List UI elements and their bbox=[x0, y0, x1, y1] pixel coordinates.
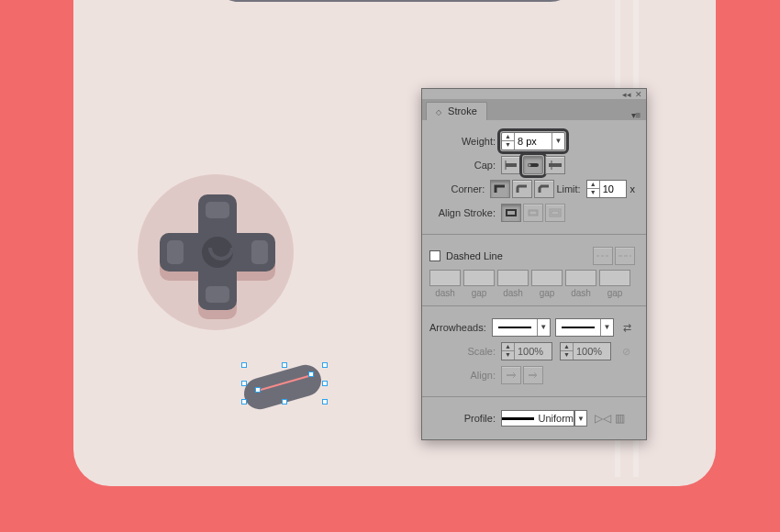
dashed-line-label: Dashed Line bbox=[446, 250, 503, 261]
screen-frame bbox=[211, 0, 578, 2]
limit-suffix: x bbox=[630, 183, 636, 194]
scale-label: Scale: bbox=[429, 346, 501, 357]
section-profile: Profile: Uniform ▼ ▷◁ ▥ bbox=[422, 397, 646, 439]
panel-tabbar: ◇ Stroke ▾≡ bbox=[422, 100, 646, 120]
tab-stroke[interactable]: ◇ Stroke bbox=[426, 102, 487, 120]
corner-button-group bbox=[490, 180, 554, 198]
dpad-notch bbox=[206, 286, 229, 303]
dash-align-corners-button[interactable] bbox=[615, 247, 635, 265]
arrow-align-extend-button[interactable] bbox=[501, 366, 521, 384]
corner-round-button[interactable] bbox=[512, 180, 532, 198]
dash-preserve-button[interactable] bbox=[593, 247, 613, 265]
dpad-notch bbox=[206, 202, 229, 218]
bbox-handle[interactable] bbox=[282, 399, 287, 405]
cap-round-button[interactable] bbox=[523, 156, 543, 174]
bbox-handle[interactable] bbox=[322, 362, 328, 368]
close-icon[interactable]: ✕ bbox=[635, 90, 642, 99]
svg-point-3 bbox=[529, 164, 531, 167]
chevron-down-icon: ▼ bbox=[600, 319, 613, 336]
section-dashed: Dashed Line dash gap dash gap dash gap bbox=[422, 235, 646, 306]
selection-bounding-box bbox=[244, 365, 325, 402]
tab-label: Stroke bbox=[448, 105, 477, 116]
bbox-handle[interactable] bbox=[241, 362, 247, 368]
dash-input[interactable] bbox=[565, 270, 596, 286]
limit-label: Limit: bbox=[554, 183, 585, 194]
dpad bbox=[160, 194, 275, 310]
bbox-handle[interactable] bbox=[322, 399, 328, 405]
profile-label: Profile: bbox=[429, 413, 501, 424]
scale-end-field[interactable] bbox=[574, 343, 610, 360]
collapse-icon[interactable]: ◂◂ bbox=[622, 90, 631, 99]
flip-along-icon[interactable]: ▷◁ bbox=[595, 412, 611, 425]
profile-value: Uniform bbox=[538, 413, 574, 424]
corner-miter-button[interactable] bbox=[490, 180, 510, 198]
gap-input[interactable] bbox=[463, 270, 495, 286]
svg-rect-0 bbox=[506, 163, 517, 167]
weight-field[interactable] bbox=[515, 133, 552, 150]
flip-across-icon[interactable]: ▥ bbox=[615, 412, 625, 425]
dash-align-group bbox=[593, 247, 635, 265]
dash-input[interactable] bbox=[429, 270, 461, 286]
weight-input[interactable]: ▲▼ ▼ bbox=[501, 132, 565, 150]
cap-projecting-button[interactable] bbox=[545, 156, 565, 174]
arrow-align-tip-button[interactable] bbox=[523, 366, 543, 384]
svg-rect-4 bbox=[549, 163, 562, 167]
bbox-handle[interactable] bbox=[241, 399, 247, 405]
gap-input[interactable] bbox=[531, 270, 563, 286]
corner-label: Corner: bbox=[429, 183, 490, 194]
panel-flyout-menu-icon[interactable]: ▾≡ bbox=[626, 110, 646, 120]
section-arrowheads: Arrowheads: ▼ ▼ ⇄ Scale: ▲▼ ▲▼ ⊘ bbox=[422, 306, 646, 397]
chevron-down-icon: ▼ bbox=[537, 319, 550, 336]
dpad-notch bbox=[167, 240, 184, 264]
corner-bevel-button[interactable] bbox=[534, 180, 554, 198]
arrow-scale-end[interactable]: ▲▼ bbox=[560, 342, 611, 360]
align-center-button[interactable] bbox=[501, 204, 521, 222]
limit-field[interactable] bbox=[600, 181, 624, 197]
stroke-panel: ◂◂ ✕ ◇ Stroke ▾≡ Weight: ▲▼ ▼ Cap: bbox=[421, 88, 647, 440]
weight-label: Weight: bbox=[429, 136, 501, 147]
dpad-center bbox=[202, 237, 233, 268]
scale-start-field[interactable] bbox=[515, 343, 552, 360]
arrowhead-start-dropdown[interactable]: ▼ bbox=[492, 318, 551, 337]
svg-rect-6 bbox=[507, 210, 516, 216]
align-stroke-label: Align Stroke: bbox=[429, 207, 501, 218]
svg-rect-10 bbox=[552, 211, 559, 215]
panel-header-bar[interactable]: ◂◂ ✕ bbox=[422, 89, 646, 100]
cycle-icon: ◇ bbox=[436, 108, 441, 116]
dashed-line-checkbox[interactable] bbox=[429, 250, 440, 261]
align-outside-button[interactable] bbox=[545, 204, 565, 222]
svg-rect-8 bbox=[529, 211, 537, 215]
cap-label: Cap: bbox=[429, 160, 501, 171]
align-inside-button[interactable] bbox=[523, 204, 543, 222]
dash-input[interactable] bbox=[497, 270, 529, 286]
stepper-arrows[interactable]: ▲▼ bbox=[587, 181, 600, 197]
arrow-scale-start[interactable]: ▲▼ bbox=[501, 342, 552, 360]
dash-gap-inputs: dash gap dash gap dash gap bbox=[429, 270, 635, 298]
link-scale-icon[interactable]: ⊘ bbox=[617, 342, 635, 360]
cap-button-group bbox=[501, 156, 565, 174]
stepper-arrows[interactable]: ▲▼ bbox=[502, 133, 515, 150]
profile-chevron-icon[interactable]: ▼ bbox=[574, 410, 587, 427]
align-stroke-group bbox=[501, 204, 565, 222]
swap-arrowheads-icon[interactable]: ⇄ bbox=[619, 318, 635, 337]
bbox-handle[interactable] bbox=[282, 362, 287, 368]
arrowhead-end-dropdown[interactable]: ▼ bbox=[555, 318, 614, 337]
cap-butt-button[interactable] bbox=[501, 156, 521, 174]
profile-flip-icons: ▷◁ ▥ bbox=[595, 412, 625, 425]
dpad-notch bbox=[251, 240, 268, 264]
weight-dropdown-icon[interactable]: ▼ bbox=[552, 133, 564, 150]
section-stroke-basics: Weight: ▲▼ ▼ Cap: Corner: bbox=[422, 120, 646, 235]
limit-input[interactable]: ▲▼ bbox=[586, 180, 627, 198]
bbox-handle[interactable] bbox=[322, 381, 328, 386]
bbox-handle[interactable] bbox=[241, 381, 247, 386]
profile-dropdown[interactable]: Uniform bbox=[501, 410, 574, 427]
arrowheads-label: Arrowheads: bbox=[429, 322, 492, 333]
arrow-align-label: Align: bbox=[429, 370, 501, 381]
gap-input[interactable] bbox=[599, 270, 630, 286]
